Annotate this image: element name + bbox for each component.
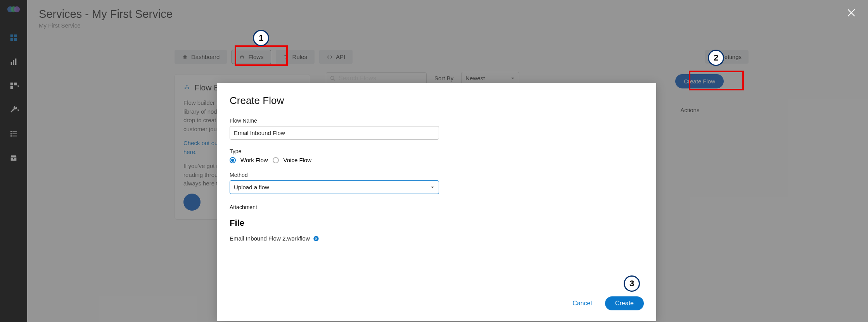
create-button[interactable]: Create bbox=[605, 296, 644, 310]
marker-1: 1 bbox=[253, 30, 269, 46]
radio-voice-flow[interactable] bbox=[273, 157, 279, 163]
method-select[interactable]: Upload a flow bbox=[230, 180, 439, 194]
cancel-button[interactable]: Cancel bbox=[572, 300, 592, 307]
method-label: Method bbox=[230, 172, 644, 178]
close-icon[interactable] bbox=[846, 8, 856, 19]
attachment-label: Attachment bbox=[230, 204, 644, 210]
marker-2: 2 bbox=[708, 50, 724, 66]
radio-voice-flow-label: Voice Flow bbox=[284, 157, 312, 163]
chevron-down-icon bbox=[430, 185, 435, 190]
create-flow-modal: Create Flow Flow Name Type Work Flow Voi… bbox=[217, 83, 656, 321]
flow-name-label: Flow Name bbox=[230, 118, 644, 124]
radio-work-flow[interactable] bbox=[230, 157, 236, 163]
file-name: Email Inbound Flow 2.workflow bbox=[230, 235, 310, 242]
method-value: Upload a flow bbox=[234, 184, 269, 190]
modal-title: Create Flow bbox=[230, 95, 644, 107]
radio-work-flow-label: Work Flow bbox=[240, 157, 268, 163]
attached-file-row: Email Inbound Flow 2.workflow bbox=[230, 235, 644, 242]
flow-name-input[interactable] bbox=[230, 126, 439, 140]
remove-file-icon[interactable] bbox=[313, 235, 319, 242]
marker-3: 3 bbox=[624, 275, 640, 292]
file-heading: File bbox=[230, 218, 644, 228]
type-label: Type bbox=[230, 148, 644, 154]
